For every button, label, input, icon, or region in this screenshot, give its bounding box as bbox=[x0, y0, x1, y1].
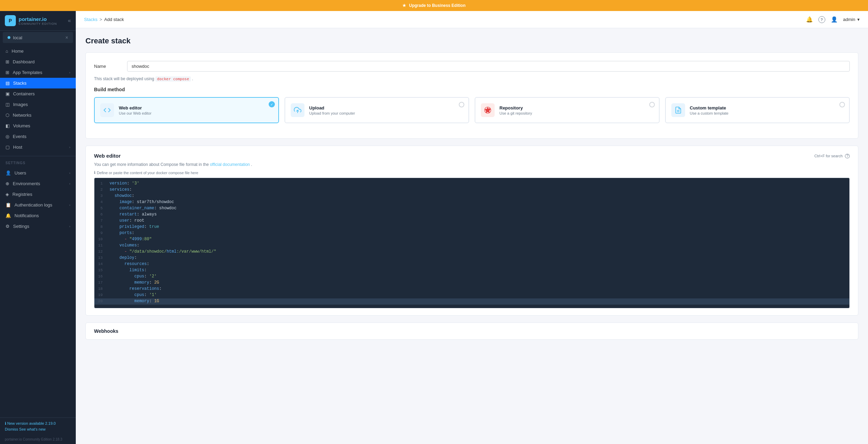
sidebar-item-home[interactable]: Home bbox=[0, 46, 76, 56]
code-line: 18 reservations: bbox=[94, 286, 849, 292]
line-number: 5 bbox=[94, 206, 107, 210]
grid-icon bbox=[6, 59, 9, 64]
line-content: memory: 1G bbox=[107, 299, 849, 304]
line-number: 7 bbox=[94, 218, 107, 223]
top-header: Stacks > Add stack 🔔 ? 👤 admin ▾ bbox=[76, 11, 868, 28]
line-number: 16 bbox=[94, 274, 107, 278]
chevron-right-icon: › bbox=[69, 71, 70, 74]
upload-subtitle: Upload from your computer bbox=[309, 111, 463, 115]
template-icon bbox=[671, 103, 685, 117]
sidebar-item-networks[interactable]: ⬡ Networks bbox=[0, 110, 76, 120]
sidebar-item-volumes[interactable]: ◧ Volumes bbox=[0, 120, 76, 131]
name-row: Name bbox=[94, 61, 850, 72]
user-account-icon[interactable]: 👤 bbox=[831, 16, 838, 23]
editor-section-title: Web editor bbox=[94, 153, 121, 159]
line-number: 20 bbox=[94, 299, 107, 303]
webhooks-title: Webhooks bbox=[94, 328, 850, 334]
line-number: 17 bbox=[94, 280, 107, 285]
sidebar-footer: portainer.io Community Edition 2.18.3 bbox=[0, 435, 76, 444]
sidebar-item-settings[interactable]: ⚙ Settings › bbox=[0, 221, 76, 232]
env-close-icon[interactable]: × bbox=[65, 35, 68, 40]
line-content: container_name: showdoc bbox=[107, 206, 849, 211]
line-number: 3 bbox=[94, 193, 107, 198]
sidebar-item-environments[interactable]: ⊕ Environments › bbox=[0, 178, 76, 189]
sidebar-item-label: Home bbox=[12, 49, 24, 54]
dismiss-link[interactable]: Dismiss bbox=[5, 427, 18, 431]
build-method-label: Build method bbox=[94, 87, 850, 92]
see-whats-new-link[interactable]: See what's new bbox=[19, 427, 46, 431]
sidebar-collapse-button[interactable]: « bbox=[68, 18, 71, 24]
sidebar-logo: P portainer.io COMMUNITY EDITION « bbox=[0, 11, 76, 31]
name-input[interactable] bbox=[127, 61, 850, 72]
sidebar-bottom: ℹ New version available 2.19.0 Dismiss S… bbox=[0, 417, 76, 435]
sidebar-item-images[interactable]: ◫ Images bbox=[0, 99, 76, 110]
web-editor-title: Web editor bbox=[119, 105, 273, 110]
sidebar-item-app-templates[interactable]: App Templates › bbox=[0, 67, 76, 78]
editor-shortcut-hint: Ctrl+F for search ? bbox=[814, 154, 850, 158]
sidebar-item-stacks[interactable]: ▤ Stacks bbox=[0, 78, 76, 88]
upgrade-bar[interactable]: ★ Upgrade to Business Edition bbox=[0, 0, 868, 11]
line-content: showdoc: bbox=[107, 193, 849, 198]
code-line: 11 volumes: bbox=[94, 243, 849, 249]
reg-icon: ◈ bbox=[6, 192, 9, 197]
official-docs-link[interactable]: official documentation bbox=[210, 162, 250, 167]
sidebar-item-containers[interactable]: ▣ Containers bbox=[0, 88, 76, 99]
build-method-upload[interactable]: Upload Upload from your computer bbox=[285, 97, 469, 123]
user-menu[interactable]: admin ▾ bbox=[843, 17, 860, 22]
breadcrumb-stacks-link[interactable]: Stacks bbox=[84, 17, 97, 22]
breadcrumb-separator: > bbox=[100, 17, 102, 22]
build-method-web-editor[interactable]: Web editor Use our Web editor ✓ bbox=[94, 97, 279, 123]
portainer-logo-text: portainer.io COMMUNITY EDITION bbox=[19, 16, 57, 25]
sidebar-item-dashboard[interactable]: Dashboard bbox=[0, 56, 76, 67]
sidebar-item-host[interactable]: ▢ Host › bbox=[0, 142, 76, 152]
line-content: privileged: true bbox=[107, 224, 849, 229]
deploy-note: This stack will be deployed using docker… bbox=[94, 76, 850, 81]
image-icon: ◫ bbox=[6, 102, 10, 107]
sidebar-item-notifications[interactable]: 🔔 Notifications bbox=[0, 210, 76, 221]
sidebar-item-label: Environments bbox=[13, 181, 40, 186]
sidebar-item-users[interactable]: 👤 Users › bbox=[0, 168, 76, 178]
sidebar-item-events[interactable]: ◎ Events bbox=[0, 131, 76, 142]
line-content: memory: 2G bbox=[107, 280, 849, 285]
line-number: 14 bbox=[94, 262, 107, 266]
sidebar-item-label: Host bbox=[13, 145, 22, 150]
line-number: 1 bbox=[94, 181, 107, 186]
web-editor-section: Web editor Ctrl+F for search ? You can g… bbox=[85, 146, 858, 316]
sidebar-item-label: Networks bbox=[13, 113, 31, 118]
sidebar-item-label: Containers bbox=[13, 91, 35, 96]
line-number: 9 bbox=[94, 231, 107, 235]
build-method-repository[interactable]: Repository Use a git repository bbox=[475, 97, 660, 123]
portainer-logo-icon: P bbox=[5, 15, 16, 26]
page-title: Create stack bbox=[85, 36, 858, 45]
line-content: services: bbox=[107, 187, 849, 192]
code-line: 3 showdoc: bbox=[94, 193, 849, 199]
network-icon: ⬡ bbox=[6, 113, 9, 118]
line-content: deploy: bbox=[107, 255, 849, 260]
page-body: Create stack Name This stack will be dep… bbox=[76, 28, 868, 444]
line-content: version: '3' bbox=[107, 181, 849, 186]
new-version-text: ℹ New version available 2.19.0 bbox=[5, 421, 71, 426]
code-line: 2services: bbox=[94, 187, 849, 193]
code-line: 9 ports: bbox=[94, 230, 849, 236]
code-editor[interactable]: 1version: '3'2services:3 showdoc:4 image… bbox=[94, 178, 850, 308]
new-version-notice: ℹ New version available 2.19.0 Dismiss S… bbox=[5, 421, 71, 431]
line-content: volumes: bbox=[107, 243, 849, 248]
sidebar-item-registries[interactable]: ◈ Registries bbox=[0, 189, 76, 200]
line-content: resources: bbox=[107, 262, 849, 266]
sidebar-item-label: Volumes bbox=[13, 123, 30, 128]
environment-selector[interactable]: local × bbox=[3, 32, 73, 43]
env-status-dot bbox=[8, 36, 10, 39]
repo-icon bbox=[481, 103, 495, 117]
user-menu-chevron: ▾ bbox=[857, 17, 860, 22]
build-method-custom-template[interactable]: Custom template Use a custom template bbox=[665, 97, 850, 123]
apps-icon bbox=[6, 70, 9, 75]
code-line: 16 cpus: '2' bbox=[94, 274, 849, 280]
code-line: 8 privileged: true bbox=[94, 224, 849, 230]
code-line: 17 memory: 2G bbox=[94, 280, 849, 286]
sidebar-item-label: Images bbox=[13, 102, 28, 107]
deploy-command: docker compose bbox=[155, 76, 191, 82]
help-icon[interactable]: ? bbox=[818, 16, 825, 23]
sidebar-item-label: App Templates bbox=[13, 70, 42, 75]
sidebar-item-auth-logs[interactable]: 📋 Authentication logs › bbox=[0, 200, 76, 210]
bell-icon[interactable]: 🔔 bbox=[806, 16, 813, 23]
